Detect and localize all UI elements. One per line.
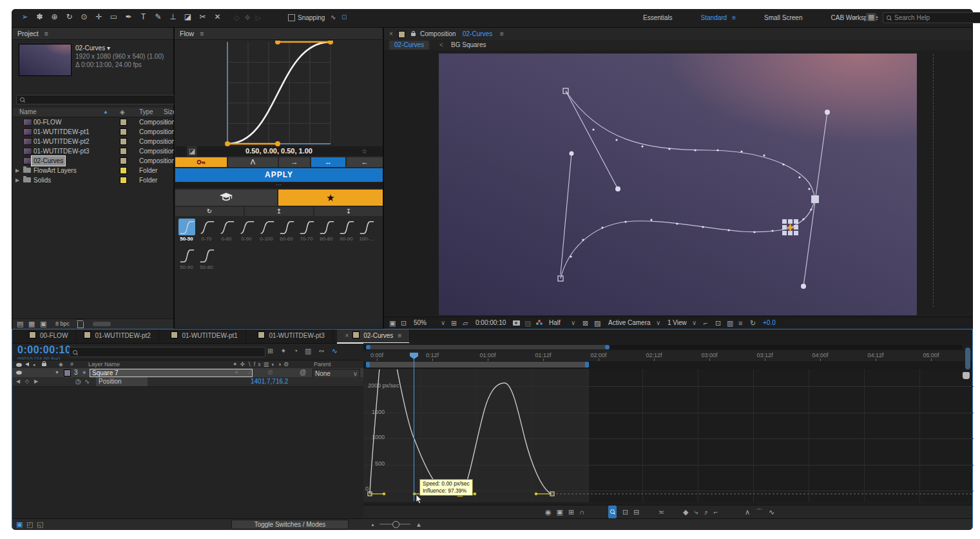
layer-visibility-toggle[interactable]	[16, 371, 22, 375]
label-swatch[interactable]	[120, 138, 127, 145]
panel-menu-icon[interactable]: ≡	[200, 30, 204, 37]
project-item-name[interactable]: 01-WUTITDEW-pt1	[34, 127, 90, 137]
project-item-name[interactable]: 01-WUTITDEW-pt2	[34, 137, 90, 146]
fast-previews-icon[interactable]: ▥	[727, 317, 733, 329]
label-swatch[interactable]	[120, 157, 127, 164]
audio-column-icon[interactable]	[25, 362, 29, 366]
kf-nav-add[interactable]: ◇	[25, 377, 29, 386]
project-item-name[interactable]: FlowArt Layers	[34, 166, 77, 175]
always-preview-icon[interactable]: ▣	[389, 317, 396, 329]
work-area-end-handle[interactable]	[585, 362, 589, 368]
tool-selection-icon[interactable]: ➢	[18, 12, 32, 21]
project-item-name[interactable]: 02-Curves	[32, 156, 65, 166]
snapshot-camera-icon[interactable]	[513, 320, 520, 326]
project-row[interactable]: 00-FLOWComposition⑂	[13, 117, 173, 127]
camera-select[interactable]: Active Camera	[608, 317, 651, 329]
label-swatch[interactable]	[120, 177, 127, 184]
panel-menu-icon[interactable]: ≡	[398, 332, 401, 339]
download-button[interactable]: ↧	[314, 207, 383, 216]
show-channel-icon[interactable]	[536, 320, 544, 326]
layer-expand-caret[interactable]: ▼	[55, 368, 59, 377]
learn-button[interactable]	[175, 190, 277, 206]
workspace-settings-icon[interactable]: ▦	[866, 13, 876, 21]
project-item-name[interactable]: 01-WUTITDEW-pt3	[34, 146, 90, 156]
camera-chevron[interactable]: ∨	[656, 317, 660, 329]
handle-endpoint-1[interactable]	[615, 186, 620, 191]
curve-start-point[interactable]	[225, 141, 230, 146]
timeline-button-icon[interactable]: ≡	[738, 317, 742, 329]
flow-a-button[interactable]: Λ	[228, 157, 278, 167]
handle-dot-1[interactable]	[383, 493, 385, 495]
motion-path-overlay[interactable]	[439, 54, 917, 315]
tool-eraser-icon[interactable]: ◪	[181, 12, 195, 21]
workspace-essentials[interactable]: Essentials	[629, 14, 687, 21]
handle-dot-3[interactable]	[474, 493, 476, 495]
ease-out-button[interactable]: →	[279, 157, 310, 167]
sort-asc-icon[interactable]: ▲	[103, 108, 108, 117]
breadcrumb-current[interactable]: 02-Curves	[389, 41, 429, 50]
panel-menu-icon[interactable]: ≡	[500, 28, 504, 40]
label-swatch[interactable]	[120, 128, 127, 135]
lock-icon[interactable]	[411, 33, 416, 36]
motion-blur-icon[interactable]: ∾	[319, 347, 325, 355]
tool-pen-icon[interactable]: ✒	[122, 12, 135, 21]
panel-menu-icon[interactable]: ≡	[44, 30, 48, 37]
comp-mini-flowchart-icon[interactable]: ⊞	[267, 347, 273, 355]
project-row[interactable]: 02-CurvesComposition	[13, 156, 173, 166]
workspace-small-screen[interactable]: Small Screen	[750, 14, 816, 21]
tool-roto-brush-icon[interactable]: ✂	[196, 12, 209, 21]
transparency-grid-icon[interactable]: ▨	[594, 317, 600, 329]
col-type[interactable]: Type	[139, 108, 153, 117]
speed-curve-segment-1[interactable]	[397, 369, 551, 494]
close-icon[interactable]: ×	[389, 28, 393, 40]
frame-blending-icon[interactable]: ▥	[305, 347, 311, 355]
work-area-bar[interactable]	[366, 362, 589, 368]
ease-both-button[interactable]: ↔	[311, 157, 345, 167]
lock-column-icon[interactable]	[42, 363, 46, 366]
resolution-chevron[interactable]: ∨	[571, 317, 575, 329]
kf-nav-prev[interactable]: ◀	[16, 377, 20, 386]
scrollbar-right-cap[interactable]	[605, 345, 610, 349]
col-label-icon[interactable]: ◈	[120, 108, 125, 117]
tool-camera-icon[interactable]: ⊙	[77, 12, 91, 21]
tool-stamp-icon[interactable]: ⊥	[166, 12, 180, 21]
main-viewer-icon[interactable]: ⊡	[401, 317, 407, 329]
zoom-in-mountain-icon[interactable]: ▲	[416, 519, 422, 530]
snapping-label[interactable]: Snapping	[298, 14, 325, 21]
project-item-name[interactable]: Solids	[34, 175, 51, 185]
bezier-handles[interactable]	[227, 42, 331, 144]
expand-transfer-controls-icon[interactable]: ◰	[26, 519, 33, 530]
keyframe-mode-button[interactable]	[175, 157, 227, 167]
flow-preset-9090[interactable]: 90-90	[337, 219, 356, 242]
expand-layer-switches-icon[interactable]: ▣	[16, 519, 23, 530]
breadcrumb-next[interactable]: BG Squares	[451, 40, 486, 50]
project-row[interactable]: 01-WUTITDEW-pt3Composition	[13, 146, 173, 156]
layer-name-field[interactable]: Square 7	[90, 369, 253, 377]
layer-grid-icon[interactable]	[782, 219, 798, 235]
flow-preset-100[interactable]: 100-...	[357, 219, 376, 242]
work-area-start-handle[interactable]	[366, 362, 370, 368]
flow-preset-070[interactable]: 0-70	[197, 219, 216, 242]
timeline-v-scrollbar[interactable]	[965, 348, 970, 369]
graph-editor-icon[interactable]: ∿	[332, 347, 338, 355]
tool-pan-behind-icon[interactable]: ✛	[92, 12, 106, 21]
comp-viewport[interactable]	[384, 50, 972, 317]
zoom-slider-knob[interactable]	[392, 521, 399, 528]
flow-preset-090[interactable]: 0-90	[237, 219, 256, 242]
separate-dimensions-icon[interactable]: ≍	[658, 505, 664, 518]
apply-button[interactable]: APPLY	[175, 168, 383, 182]
help-search[interactable]: Search Help	[883, 12, 980, 23]
video-column-icon[interactable]	[16, 363, 22, 367]
tool-rotate-icon[interactable]: ↻	[62, 12, 76, 21]
new-folder-icon[interactable]: ▦	[28, 319, 35, 329]
tool-brush-icon[interactable]: ✎	[151, 12, 165, 21]
motion-path-bottom[interactable]	[561, 221, 791, 279]
flow-divider[interactable]: ⋯	[175, 182, 383, 188]
timeline-tab-01-wutitdew-pt2[interactable]: 01-WUTITDEW-pt2	[76, 329, 159, 342]
timeline-zoom-slider[interactable]	[380, 524, 410, 525]
magnification-chevron[interactable]: ∨	[441, 317, 445, 329]
folder-caret-icon[interactable]: ▶	[15, 166, 19, 175]
label-swatch[interactable]	[120, 148, 127, 155]
viewer-current-time[interactable]: 0:00:00:10	[476, 317, 506, 329]
trash-icon[interactable]	[77, 322, 84, 328]
